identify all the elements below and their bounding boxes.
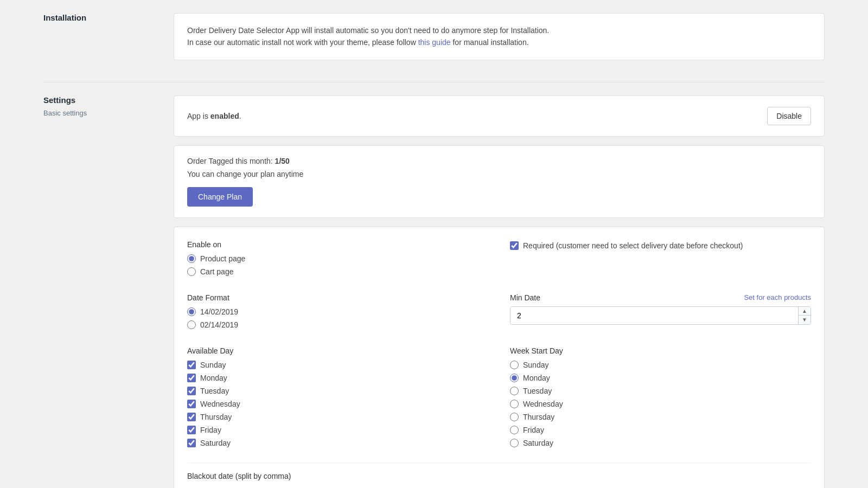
avail-thursday-item: Thursday [187,413,488,421]
wk-friday-radio[interactable] [510,426,519,434]
page-wrapper: Installation Order Delivery Date Selecto… [0,0,868,488]
date-format-label: Date Format [187,293,488,302]
min-date-increment[interactable]: ▲ [799,307,810,316]
avail-thursday-checkbox[interactable] [187,413,196,421]
avail-monday-item: Monday [187,374,488,382]
available-day-group: Available Day Sunday Monday [187,346,488,452]
enable-cart-page-radio[interactable] [187,267,196,276]
avail-tuesday-label: Tuesday [200,387,229,395]
min-date-group: Min Date Set for each products ▲ ▼ [510,293,811,333]
wk-saturday-radio[interactable] [510,439,519,447]
avail-saturday-label: Saturday [200,439,231,447]
avail-saturday-checkbox[interactable] [187,439,196,447]
wk-sunday-radio[interactable] [510,361,519,369]
wk-thursday-radio[interactable] [510,413,519,421]
installation-section: Installation Order Delivery Date Selecto… [43,0,825,82]
date-fmt2-radio[interactable] [187,320,196,329]
week-start-day-group: Week Start Day Sunday Monday [510,346,811,452]
main-settings-card: Enable on Product page Cart page [174,227,825,488]
date-format-group: Date Format 14/02/2019 02/14/2019 [187,293,488,333]
avail-wednesday-label: Wednesday [200,400,240,408]
avail-friday-checkbox[interactable] [187,426,196,434]
app-status-suffix: . [239,112,241,120]
min-date-input-wrapper: ▲ ▼ [510,306,811,325]
settings-section: Settings Basic settings App is enabled. … [43,82,825,488]
date-fmt2-label: 02/14/2019 [200,320,238,329]
this-guide-link[interactable]: this guide [418,38,451,47]
disable-button[interactable]: Disable [767,107,811,125]
required-label: Required (customer need to select delive… [523,240,743,252]
wk-wednesday-item: Wednesday [510,400,811,408]
wk-thursday-item: Thursday [510,413,811,421]
app-status-card: App is enabled. Disable [174,95,825,137]
wk-monday-label: Monday [523,374,550,382]
install-line1: Order Delivery Date Selector App will in… [187,26,549,35]
installation-card: Order Delivery Date Selector App will in… [174,13,825,60]
wk-tuesday-radio[interactable] [510,387,519,395]
wk-wednesday-label: Wednesday [523,400,563,408]
app-status-bold: enabled [210,112,239,120]
enable-product-page-item: Product page [187,254,488,263]
min-date-controls: ▲ ▼ [798,307,810,324]
wk-sunday-item: Sunday [510,361,811,369]
date-fmt2-item: 02/14/2019 [187,320,488,329]
avail-sunday-checkbox[interactable] [187,361,196,369]
date-settings-grid: Date Format 14/02/2019 02/14/2019 [187,293,811,333]
installation-text: Order Delivery Date Selector App will in… [187,24,811,49]
week-start-day-label: Week Start Day [510,346,811,355]
change-plan-hint: You can change your plan anytime [187,170,811,178]
required-group: Required (customer need to select delive… [510,240,811,280]
change-plan-button[interactable]: Change Plan [187,187,253,207]
wk-sunday-label: Sunday [523,361,548,369]
app-status-prefix: App is [187,112,210,120]
app-status-row: App is enabled. Disable [187,107,811,125]
min-date-decrement[interactable]: ▼ [799,316,810,324]
date-fmt1-radio[interactable] [187,307,196,316]
right-spacer [825,0,868,488]
date-fmt1-label: 14/02/2019 [200,307,238,316]
wk-monday-item: Monday [510,374,811,382]
avail-tuesday-checkbox[interactable] [187,387,196,395]
blackout-date-label: Blackout date (split by comma) [187,472,291,480]
wk-wednesday-radio[interactable] [510,400,519,408]
day-settings-grid: Available Day Sunday Monday [187,346,811,452]
min-date-label: Min Date [510,293,540,302]
installation-heading: Installation [43,13,161,22]
enable-product-page-radio[interactable] [187,254,196,263]
min-date-header: Min Date Set for each products [510,293,811,302]
avail-monday-label: Monday [200,374,227,382]
wk-saturday-label: Saturday [523,439,553,447]
avail-saturday-item: Saturday [187,439,488,447]
app-status-text: App is enabled. [187,112,241,120]
avail-wednesday-item: Wednesday [187,400,488,408]
enable-on-label: Enable on [187,240,488,249]
basic-settings-link[interactable]: Basic settings [43,109,161,117]
order-tagged-value: 1/50 [275,157,290,165]
settings-content: App is enabled. Disable Order Tagged thi… [174,82,825,488]
wk-monday-radio[interactable] [510,374,519,382]
order-tagged-prefix: Order Tagged this month: [187,157,275,165]
install-line2-suffix: for manual installation. [451,38,529,47]
avail-sunday-label: Sunday [200,361,226,369]
installation-content: Order Delivery Date Selector App will in… [174,0,825,82]
top-settings-grid: Enable on Product page Cart page [187,240,811,280]
settings-heading: Settings [43,95,161,105]
main-area: Installation Order Delivery Date Selecto… [43,0,825,488]
wk-saturday-item: Saturday [510,439,811,447]
enable-cart-page-label: Cart page [200,267,233,276]
wk-friday-label: Friday [523,426,544,434]
enable-product-page-label: Product page [200,254,245,263]
avail-friday-item: Friday [187,426,488,434]
wk-tuesday-label: Tuesday [523,387,552,395]
date-fmt1-item: 14/02/2019 [187,307,488,316]
required-checkbox[interactable] [510,241,519,250]
left-spacer [0,0,43,488]
wk-tuesday-item: Tuesday [510,387,811,395]
avail-monday-checkbox[interactable] [187,374,196,382]
enable-on-group: Enable on Product page Cart page [187,240,488,280]
min-date-input[interactable] [510,307,798,324]
blackout-date-row: Blackout date (split by comma) [187,463,811,480]
settings-label-area: Settings Basic settings [43,82,174,488]
avail-wednesday-checkbox[interactable] [187,400,196,408]
set-each-products-link[interactable]: Set for each products [744,293,811,301]
